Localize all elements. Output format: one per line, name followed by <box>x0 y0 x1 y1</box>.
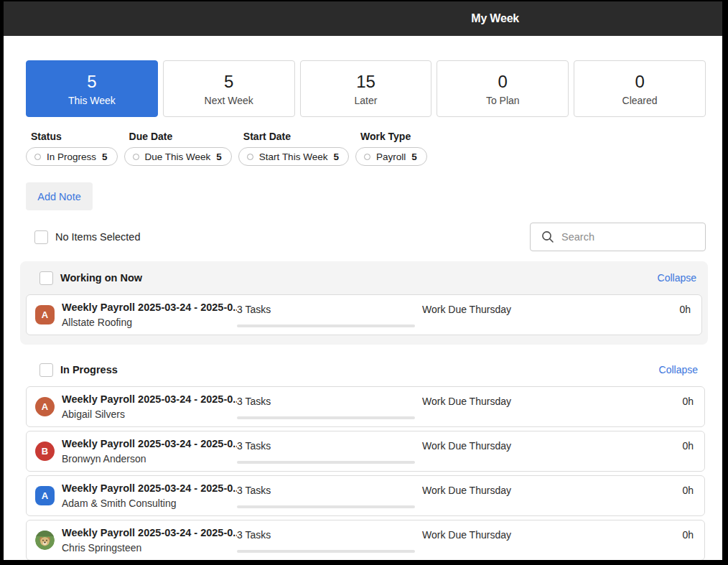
filter-pill-in-progress[interactable]: In Progress 5 <box>26 147 118 166</box>
tab-later[interactable]: 15 Later <box>300 60 432 117</box>
work-item-client: Abigail Silvers <box>62 407 237 422</box>
tasks-count-label: 3 Tasks <box>237 394 422 409</box>
section-header-left: In Progress <box>39 363 118 377</box>
tab-to-plan[interactable]: 0 To Plan <box>437 60 569 117</box>
tab-label: Later <box>355 95 378 106</box>
work-item-hours: 0h <box>682 528 694 543</box>
work-item-main: Weekly Payroll 2025-03-24 - 2025-0... Ch… <box>62 526 237 556</box>
work-item-row[interactable]: Weekly Payroll 2025-03-24 - 2025-0... Ch… <box>26 520 705 560</box>
work-item-client: Allstate Roofing <box>62 315 237 330</box>
tab-label: This Week <box>68 95 116 106</box>
pill-count: 5 <box>411 151 417 162</box>
work-item-row[interactable]: A Weekly Payroll 2025-03-24 - 2025-0... … <box>26 475 705 516</box>
app-window: My Week 5 This Week 5 Next Week 15 Later… <box>4 1 722 560</box>
top-bar: My Week <box>4 1 722 36</box>
tasks-progress-bar <box>237 505 415 508</box>
work-item-due: Work Due Thursday <box>422 528 682 543</box>
work-item-row[interactable]: A Weekly Payroll 2025-03-24 - 2025-0... … <box>26 294 702 335</box>
section-checkbox[interactable] <box>39 363 53 377</box>
work-item-row[interactable]: A Weekly Payroll 2025-03-24 - 2025-0... … <box>26 386 705 427</box>
work-item-client: Adam & Smith Consulting <box>62 496 237 511</box>
section-header: In Progress Collapse <box>26 359 705 380</box>
avatar-letter: A <box>42 490 48 501</box>
pill-label: Due This Week <box>145 151 211 162</box>
pill-count: 5 <box>216 151 222 162</box>
avatar-bronwyn-anderson: B <box>35 442 55 461</box>
tab-this-week[interactable]: 5 This Week <box>26 60 158 117</box>
collapse-link[interactable]: Collapse <box>659 364 698 375</box>
avatar-adam-smith-consulting: A <box>35 486 55 505</box>
filter-group-due-date: Due Date Due This Week 5 <box>124 131 232 166</box>
work-item-tasks: 3 Tasks <box>237 528 422 553</box>
work-item-title: Weekly Payroll 2025-03-24 - 2025-0... <box>62 526 237 541</box>
search-input[interactable] <box>561 231 696 243</box>
tasks-progress-bar <box>237 416 415 419</box>
tasks-progress-bar <box>237 550 415 553</box>
work-item-hours: 0h <box>682 394 694 409</box>
week-tabs: 5 This Week 5 Next Week 15 Later 0 To Pl… <box>26 60 706 117</box>
tab-count: 5 <box>224 71 233 93</box>
work-item-due: Work Due Thursday <box>422 302 679 317</box>
filter-label: Status <box>31 131 118 142</box>
work-item-tasks: 3 Tasks <box>237 439 422 464</box>
filter-label: Due Date <box>129 131 232 142</box>
selection-bar: No Items Selected <box>26 223 706 251</box>
tasks-progress-bar <box>237 324 415 327</box>
avatar-letter: A <box>42 309 48 320</box>
work-item-title: Weekly Payroll 2025-03-24 - 2025-0... <box>62 436 237 452</box>
dog-photo-icon <box>35 531 55 550</box>
radio-ring-icon <box>133 154 139 160</box>
tab-next-week[interactable]: 5 Next Week <box>163 60 295 117</box>
filter-pill-payroll[interactable]: Payroll 5 <box>355 147 427 166</box>
tasks-count-label: 3 Tasks <box>237 302 422 317</box>
selection-status-label: No Items Selected <box>55 231 140 243</box>
filter-label: Start Date <box>243 131 349 142</box>
tasks-count-label: 3 Tasks <box>237 439 422 454</box>
work-item-row[interactable]: B Weekly Payroll 2025-03-24 - 2025-0... … <box>26 431 705 472</box>
avatar-chris-springsteen-photo <box>35 531 55 550</box>
avatar-allstate-roofing: A <box>35 305 55 324</box>
tab-count: 5 <box>87 71 96 93</box>
filter-pill-due-this-week[interactable]: Due This Week 5 <box>124 147 232 166</box>
search-box[interactable] <box>530 223 706 251</box>
filter-label: Work Type <box>360 131 427 142</box>
filter-bar: Status In Progress 5 Due Date Due This W… <box>26 131 706 166</box>
collapse-link[interactable]: Collapse <box>658 272 696 284</box>
work-item-tasks: 3 Tasks <box>237 483 422 508</box>
add-note-button[interactable]: Add Note <box>26 182 93 210</box>
select-all-checkbox[interactable] <box>34 230 48 244</box>
pill-label: Start This Week <box>259 151 328 162</box>
avatar-letter: B <box>42 446 48 457</box>
section-working-on-now: Working on Now Collapse A Weekly Payroll… <box>20 261 708 345</box>
search-icon <box>541 230 554 243</box>
section-in-progress: In Progress Collapse A Weekly Payroll 20… <box>26 359 705 560</box>
work-item-client: Bronwyn Anderson <box>62 452 237 467</box>
work-item-due: Work Due Thursday <box>422 483 682 498</box>
work-item-title: Weekly Payroll 2025-03-24 - 2025-0... <box>62 300 237 315</box>
work-item-title: Weekly Payroll 2025-03-24 - 2025-0... <box>62 392 237 407</box>
tasks-count-label: 3 Tasks <box>237 528 422 543</box>
work-item-due: Work Due Thursday <box>422 394 682 409</box>
section-title: In Progress <box>60 364 118 375</box>
work-item-client: Chris Springsteen <box>62 541 237 556</box>
tab-count: 0 <box>635 71 644 93</box>
section-checkbox[interactable] <box>39 271 53 285</box>
tasks-count-label: 3 Tasks <box>237 483 422 498</box>
work-item-due: Work Due Thursday <box>422 439 682 454</box>
radio-ring-icon <box>34 154 41 160</box>
work-item-main: Weekly Payroll 2025-03-24 - 2025-0... Ad… <box>62 481 237 511</box>
tab-label: Cleared <box>622 95 658 106</box>
selection-left: No Items Selected <box>26 230 140 244</box>
tasks-progress-bar <box>237 461 415 464</box>
pill-count: 5 <box>102 151 108 162</box>
work-item-main: Weekly Payroll 2025-03-24 - 2025-0... Ab… <box>62 392 237 422</box>
filter-group-start-date: Start Date Start This Week 5 <box>238 131 349 166</box>
pill-label: In Progress <box>47 151 96 162</box>
tab-cleared[interactable]: 0 Cleared <box>574 60 706 117</box>
filter-pill-start-this-week[interactable]: Start This Week 5 <box>238 147 349 166</box>
avatar-abigail-silvers: A <box>35 397 55 416</box>
page-title: My Week <box>471 12 519 25</box>
work-item-hours: 0h <box>682 483 694 498</box>
radio-ring-icon <box>364 154 370 160</box>
section-header-left: Working on Now <box>39 271 142 285</box>
